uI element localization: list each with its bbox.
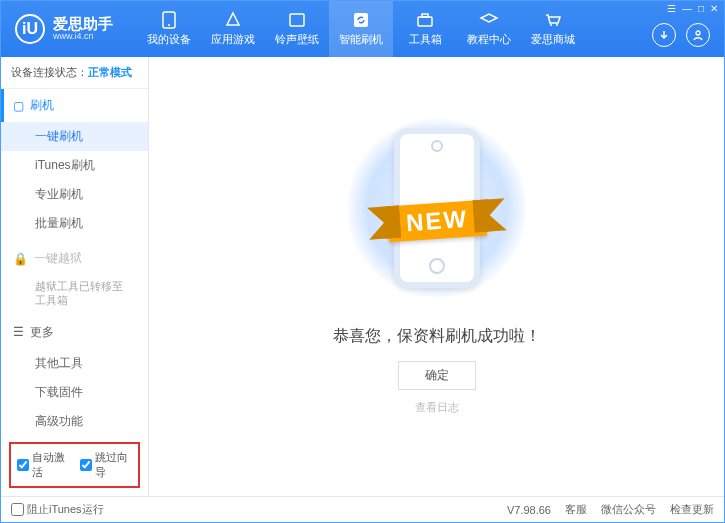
svg-rect-4: [418, 17, 432, 26]
nav-label: 教程中心: [467, 32, 511, 47]
section-label: 更多: [30, 324, 54, 341]
logo-text: 爱思助手 www.i4.cn: [53, 16, 113, 42]
graduation-icon: [479, 11, 499, 29]
titlebar-right: [652, 23, 710, 47]
logo-area: iU 爱思助手 www.i4.cn: [1, 14, 127, 44]
close-icon[interactable]: ✕: [710, 3, 718, 14]
svg-rect-2: [290, 14, 304, 26]
app-url: www.i4.cn: [53, 32, 113, 42]
sidebar-item-oneclick-flash[interactable]: 一键刷机: [1, 122, 148, 151]
app-title: 爱思助手: [53, 16, 113, 33]
body: 设备连接状态：正常模式 ▢ 刷机 一键刷机 iTunes刷机 专业刷机 批量刷机…: [1, 57, 724, 496]
success-message: 恭喜您，保资料刷机成功啦！: [333, 326, 541, 347]
svg-rect-5: [422, 14, 428, 17]
sidebar-section-jailbreak: 🔒 一键越狱: [1, 242, 148, 275]
svg-point-8: [696, 31, 700, 35]
checkbox-block-itunes[interactable]: 阻止iTunes运行: [11, 502, 104, 517]
sidebar-item-batch-flash[interactable]: 批量刷机: [1, 209, 148, 238]
nav-smart-flash[interactable]: 智能刷机: [329, 1, 393, 57]
svg-point-7: [556, 24, 558, 26]
svg-rect-3: [354, 13, 368, 27]
user-button[interactable]: [686, 23, 710, 47]
ok-button[interactable]: 确定: [398, 361, 476, 390]
checkbox-label: 跳过向导: [95, 450, 133, 480]
main-nav: 我的设备 应用游戏 铃声壁纸 智能刷机 工具箱 教程中心 爱思商城: [137, 1, 585, 57]
nav-tutorial[interactable]: 教程中心: [457, 1, 521, 57]
checkbox-auto-activate[interactable]: 自动激活: [17, 450, 70, 480]
svg-point-1: [168, 24, 170, 26]
options-highlight-box: 自动激活 跳过向导: [9, 442, 140, 488]
app-window: iU 爱思助手 www.i4.cn 我的设备 应用游戏 铃声壁纸 智能刷机 工具…: [0, 0, 725, 523]
wechat-link[interactable]: 微信公众号: [601, 502, 656, 517]
statusbar: 阻止iTunes运行 V7.98.66 客服 微信公众号 检查更新: [1, 496, 724, 522]
toolbox-icon: [415, 11, 435, 29]
connection-label: 设备连接状态：: [11, 66, 88, 78]
nav-label: 爱思商城: [531, 32, 575, 47]
nav-label: 智能刷机: [339, 32, 383, 47]
sidebar: 设备连接状态：正常模式 ▢ 刷机 一键刷机 iTunes刷机 专业刷机 批量刷机…: [1, 57, 149, 496]
checkbox-label: 阻止iTunes运行: [27, 502, 104, 517]
svg-point-6: [550, 24, 552, 26]
nav-label: 铃声壁纸: [275, 32, 319, 47]
nav-toolbox[interactable]: 工具箱: [393, 1, 457, 57]
nav-label: 我的设备: [147, 32, 191, 47]
nav-my-device[interactable]: 我的设备: [137, 1, 201, 57]
apps-icon: [223, 11, 243, 29]
new-ribbon: NEW: [386, 200, 486, 243]
lock-icon: 🔒: [13, 252, 28, 266]
sidebar-item-advanced[interactable]: 高级功能: [1, 407, 148, 436]
nav-apps-games[interactable]: 应用游戏: [201, 1, 265, 57]
window-controls: ☰ — □ ✕: [667, 3, 718, 14]
sidebar-section-more[interactable]: ☰ 更多: [1, 316, 148, 349]
logo-icon: iU: [15, 14, 45, 44]
cart-icon: [543, 11, 563, 29]
nav-ringtone-wallpaper[interactable]: 铃声壁纸: [265, 1, 329, 57]
service-link[interactable]: 客服: [565, 502, 587, 517]
main-content: NEW 恭喜您，保资料刷机成功啦！ 确定 查看日志: [149, 57, 724, 496]
sidebar-item-pro-flash[interactable]: 专业刷机: [1, 180, 148, 209]
list-icon: ☰: [13, 325, 24, 339]
section-label: 刷机: [30, 97, 54, 114]
check-update-link[interactable]: 检查更新: [670, 502, 714, 517]
sidebar-item-download-firmware[interactable]: 下载固件: [1, 378, 148, 407]
nav-store[interactable]: 爱思商城: [521, 1, 585, 57]
nav-label: 应用游戏: [211, 32, 255, 47]
phone-icon: [159, 11, 179, 29]
checkbox-skip-guide[interactable]: 跳过向导: [80, 450, 133, 480]
download-button[interactable]: [652, 23, 676, 47]
view-log-link[interactable]: 查看日志: [415, 400, 459, 415]
menu-icon[interactable]: ☰: [667, 3, 676, 14]
maximize-icon[interactable]: □: [698, 3, 704, 14]
wallpaper-icon: [287, 11, 307, 29]
checkbox-label: 自动激活: [32, 450, 70, 480]
connection-status: 设备连接状态：正常模式: [1, 57, 148, 89]
minimize-icon[interactable]: —: [682, 3, 692, 14]
success-illustration: NEW: [337, 108, 537, 308]
phone-icon: ▢: [13, 99, 24, 113]
sidebar-item-itunes-flash[interactable]: iTunes刷机: [1, 151, 148, 180]
sidebar-item-other-tools[interactable]: 其他工具: [1, 349, 148, 378]
titlebar: iU 爱思助手 www.i4.cn 我的设备 应用游戏 铃声壁纸 智能刷机 工具…: [1, 1, 724, 57]
section-label: 一键越狱: [34, 250, 82, 267]
sidebar-section-flash[interactable]: ▢ 刷机: [1, 89, 148, 122]
connection-mode: 正常模式: [88, 66, 132, 78]
version-label: V7.98.66: [507, 504, 551, 516]
nav-label: 工具箱: [409, 32, 442, 47]
jailbreak-note: 越狱工具已转移至工具箱: [1, 275, 148, 312]
refresh-icon: [351, 11, 371, 29]
